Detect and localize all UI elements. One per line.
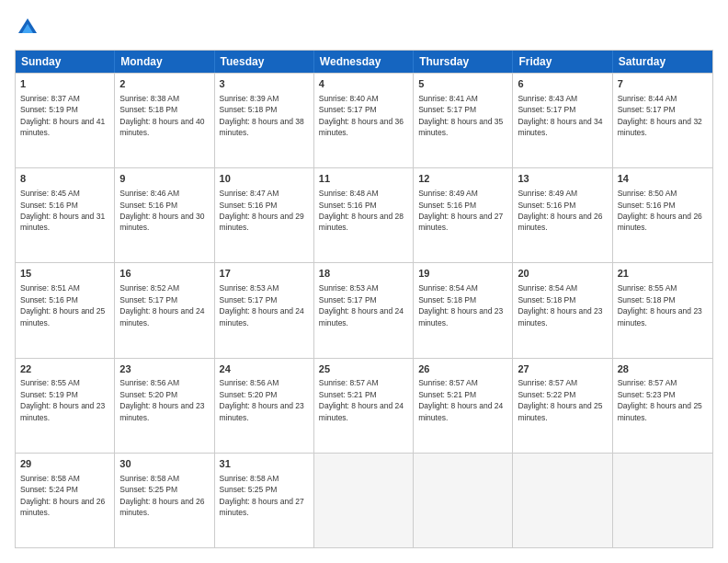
day-info: Sunrise: 8:52 AM Sunset: 5:17 PM Dayligh… [119,283,204,327]
day-cell-24: 24Sunrise: 8:56 AM Sunset: 5:20 PM Dayli… [215,359,314,453]
empty-cell [513,454,612,547]
logo [15,15,44,40]
header-cell-thursday: Thursday [414,51,513,73]
day-number: 6 [518,77,607,91]
day-info: Sunrise: 8:50 AM Sunset: 5:16 PM Dayligh… [618,189,702,232]
day-number: 24 [220,362,309,376]
day-number: 10 [220,172,309,186]
day-number: 8 [20,172,109,186]
calendar-row: 22Sunrise: 8:55 AM Sunset: 5:19 PM Dayli… [16,358,712,453]
day-info: Sunrise: 8:51 AM Sunset: 5:16 PM Dayligh… [20,283,105,327]
calendar-row: 15Sunrise: 8:51 AM Sunset: 5:16 PM Dayli… [16,262,712,357]
day-cell-16: 16Sunrise: 8:52 AM Sunset: 5:17 PM Dayli… [115,263,214,357]
day-number: 1 [20,77,109,91]
day-info: Sunrise: 8:44 AM Sunset: 5:17 PM Dayligh… [618,94,702,137]
day-cell-29: 29Sunrise: 8:58 AM Sunset: 5:24 PM Dayli… [16,454,115,547]
day-info: Sunrise: 8:46 AM Sunset: 5:16 PM Dayligh… [119,189,204,232]
day-number: 29 [20,457,109,471]
day-info: Sunrise: 8:58 AM Sunset: 5:25 PM Dayligh… [119,474,204,517]
day-number: 11 [319,172,408,186]
day-number: 27 [518,362,607,376]
day-number: 13 [518,172,607,186]
day-number: 2 [119,77,209,91]
day-cell-28: 28Sunrise: 8:57 AM Sunset: 5:23 PM Dayli… [613,359,712,453]
day-info: Sunrise: 8:41 AM Sunset: 5:17 PM Dayligh… [418,94,503,137]
day-info: Sunrise: 8:57 AM Sunset: 5:21 PM Dayligh… [319,378,404,421]
day-cell-21: 21Sunrise: 8:55 AM Sunset: 5:18 PM Dayli… [613,263,712,357]
day-info: Sunrise: 8:58 AM Sunset: 5:24 PM Dayligh… [20,474,105,517]
day-number: 15 [20,267,109,281]
day-number: 18 [319,267,408,281]
day-info: Sunrise: 8:53 AM Sunset: 5:17 PM Dayligh… [220,283,304,327]
header-cell-monday: Monday [115,51,214,73]
logo-icon [15,15,40,40]
empty-cell [613,454,712,547]
day-info: Sunrise: 8:57 AM Sunset: 5:21 PM Dayligh… [418,378,503,421]
day-info: Sunrise: 8:37 AM Sunset: 5:19 PM Dayligh… [20,94,105,137]
day-number: 4 [319,77,408,91]
calendar: SundayMondayTuesdayWednesdayThursdayFrid… [15,50,713,548]
calendar-header-row: SundayMondayTuesdayWednesdayThursdayFrid… [16,51,712,73]
day-info: Sunrise: 8:48 AM Sunset: 5:16 PM Dayligh… [319,189,404,232]
day-cell-22: 22Sunrise: 8:55 AM Sunset: 5:19 PM Dayli… [16,359,115,453]
day-cell-25: 25Sunrise: 8:57 AM Sunset: 5:21 PM Dayli… [314,359,414,453]
day-cell-23: 23Sunrise: 8:56 AM Sunset: 5:20 PM Dayli… [115,359,214,453]
day-cell-5: 5Sunrise: 8:41 AM Sunset: 5:17 PM Daylig… [414,74,513,167]
day-info: Sunrise: 8:47 AM Sunset: 5:16 PM Dayligh… [220,189,304,232]
calendar-row: 29Sunrise: 8:58 AM Sunset: 5:24 PM Dayli… [16,453,712,547]
day-info: Sunrise: 8:54 AM Sunset: 5:18 PM Dayligh… [518,283,602,327]
day-info: Sunrise: 8:39 AM Sunset: 5:18 PM Dayligh… [220,94,304,137]
day-number: 23 [119,362,209,376]
day-cell-15: 15Sunrise: 8:51 AM Sunset: 5:16 PM Dayli… [16,263,115,357]
header-cell-wednesday: Wednesday [314,51,414,73]
day-number: 14 [618,172,708,186]
day-cell-4: 4Sunrise: 8:40 AM Sunset: 5:17 PM Daylig… [314,74,414,167]
day-number: 19 [418,267,507,281]
day-cell-26: 26Sunrise: 8:57 AM Sunset: 5:21 PM Dayli… [414,359,513,453]
day-cell-17: 17Sunrise: 8:53 AM Sunset: 5:17 PM Dayli… [215,263,314,357]
day-cell-13: 13Sunrise: 8:49 AM Sunset: 5:16 PM Dayli… [513,168,612,262]
day-cell-31: 31Sunrise: 8:58 AM Sunset: 5:25 PM Dayli… [215,454,314,547]
day-info: Sunrise: 8:54 AM Sunset: 5:18 PM Dayligh… [418,283,503,327]
day-info: Sunrise: 8:55 AM Sunset: 5:19 PM Dayligh… [20,378,105,421]
day-number: 7 [618,77,708,91]
day-number: 17 [220,267,309,281]
day-info: Sunrise: 8:40 AM Sunset: 5:17 PM Dayligh… [319,94,404,137]
calendar-body: 1Sunrise: 8:37 AM Sunset: 5:19 PM Daylig… [16,73,712,547]
calendar-row: 1Sunrise: 8:37 AM Sunset: 5:19 PM Daylig… [16,73,712,167]
empty-cell [314,454,414,547]
day-cell-30: 30Sunrise: 8:58 AM Sunset: 5:25 PM Dayli… [115,454,214,547]
day-cell-12: 12Sunrise: 8:49 AM Sunset: 5:16 PM Dayli… [414,168,513,262]
day-cell-20: 20Sunrise: 8:54 AM Sunset: 5:18 PM Dayli… [513,263,612,357]
day-info: Sunrise: 8:55 AM Sunset: 5:18 PM Dayligh… [618,283,702,327]
day-number: 22 [20,362,109,376]
day-cell-1: 1Sunrise: 8:37 AM Sunset: 5:19 PM Daylig… [16,74,115,167]
day-info: Sunrise: 8:38 AM Sunset: 5:18 PM Dayligh… [119,94,204,137]
day-cell-9: 9Sunrise: 8:46 AM Sunset: 5:16 PM Daylig… [115,168,214,262]
day-number: 12 [418,172,507,186]
day-number: 30 [119,457,209,471]
day-info: Sunrise: 8:57 AM Sunset: 5:23 PM Dayligh… [618,378,702,421]
day-cell-11: 11Sunrise: 8:48 AM Sunset: 5:16 PM Dayli… [314,168,414,262]
day-cell-14: 14Sunrise: 8:50 AM Sunset: 5:16 PM Dayli… [613,168,712,262]
day-number: 21 [618,267,708,281]
empty-cell [414,454,513,547]
day-number: 26 [418,362,507,376]
day-info: Sunrise: 8:53 AM Sunset: 5:17 PM Dayligh… [319,283,404,327]
day-info: Sunrise: 8:57 AM Sunset: 5:22 PM Dayligh… [518,378,602,421]
header-cell-saturday: Saturday [613,51,712,73]
day-cell-7: 7Sunrise: 8:44 AM Sunset: 5:17 PM Daylig… [613,74,712,167]
day-cell-27: 27Sunrise: 8:57 AM Sunset: 5:22 PM Dayli… [513,359,612,453]
day-number: 28 [618,362,708,376]
day-cell-8: 8Sunrise: 8:45 AM Sunset: 5:16 PM Daylig… [16,168,115,262]
header [15,15,713,40]
day-info: Sunrise: 8:49 AM Sunset: 5:16 PM Dayligh… [518,189,602,232]
day-number: 16 [119,267,209,281]
day-info: Sunrise: 8:49 AM Sunset: 5:16 PM Dayligh… [418,189,503,232]
day-cell-10: 10Sunrise: 8:47 AM Sunset: 5:16 PM Dayli… [215,168,314,262]
header-cell-tuesday: Tuesday [215,51,314,73]
day-info: Sunrise: 8:43 AM Sunset: 5:17 PM Dayligh… [518,94,602,137]
day-cell-19: 19Sunrise: 8:54 AM Sunset: 5:18 PM Dayli… [414,263,513,357]
day-cell-2: 2Sunrise: 8:38 AM Sunset: 5:18 PM Daylig… [115,74,214,167]
calendar-row: 8Sunrise: 8:45 AM Sunset: 5:16 PM Daylig… [16,167,712,262]
